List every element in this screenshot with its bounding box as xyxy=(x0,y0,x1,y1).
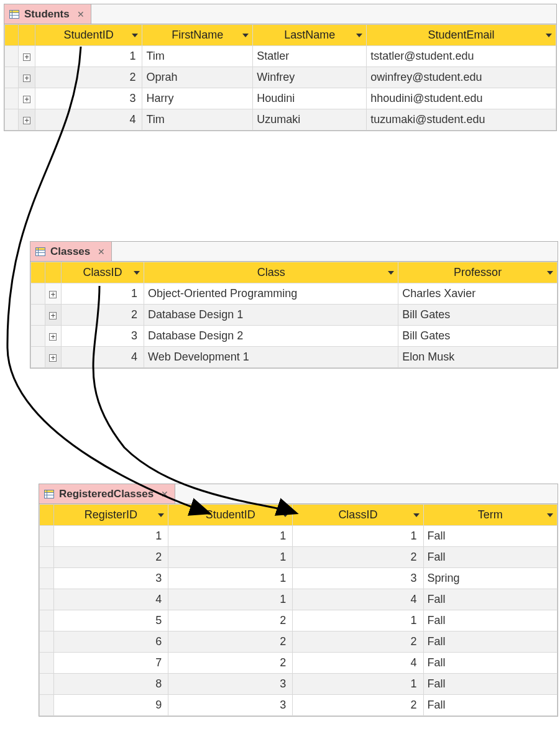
expand-button[interactable]: + xyxy=(45,305,62,326)
cell-studentid[interactable]: 3 xyxy=(168,695,293,716)
cell-studentid[interactable]: 1 xyxy=(168,547,293,568)
table-row[interactable]: +4Web Development 1Elon Musk xyxy=(31,347,558,368)
column-header-firstname[interactable]: FirstName xyxy=(142,25,253,46)
cell-registerid[interactable]: 1 xyxy=(53,526,168,547)
dropdown-icon[interactable] xyxy=(158,513,164,517)
cell-classid[interactable]: 2 xyxy=(293,631,423,653)
expand-button[interactable]: + xyxy=(45,283,62,305)
cell-registerid[interactable]: 5 xyxy=(53,610,168,631)
row-selector[interactable] xyxy=(40,526,54,547)
table-row[interactable]: 212Fall xyxy=(40,547,558,568)
row-selector[interactable] xyxy=(5,67,19,88)
row-selector[interactable] xyxy=(31,283,45,305)
dropdown-icon[interactable] xyxy=(547,271,553,275)
cell-classid[interactable]: 2 xyxy=(62,305,144,326)
cell-studentid[interactable]: 1 xyxy=(168,568,293,589)
cell-term[interactable]: Spring xyxy=(423,568,557,589)
tab-classes[interactable]: Classes ✕ xyxy=(30,242,112,261)
cell-lastname[interactable]: Uzumaki xyxy=(253,109,367,131)
cell-firstname[interactable]: Harry xyxy=(142,88,253,109)
row-selector[interactable] xyxy=(40,674,54,695)
expand-button[interactable]: + xyxy=(19,46,35,67)
table-row[interactable]: +4TimUzumakituzumaki@student.edu xyxy=(5,109,556,131)
cell-studentid[interactable]: 1 xyxy=(168,526,293,547)
cell-professor[interactable]: Elon Musk xyxy=(398,347,558,368)
cell-term[interactable]: Fall xyxy=(423,610,557,631)
dropdown-icon[interactable] xyxy=(356,34,362,37)
cell-classid[interactable]: 3 xyxy=(293,568,423,589)
cell-registerid[interactable]: 6 xyxy=(53,631,168,653)
cell-studentid[interactable]: 2 xyxy=(168,610,293,631)
cell-classid[interactable]: 2 xyxy=(293,547,423,568)
expand-button[interactable]: + xyxy=(45,326,62,347)
cell-classid[interactable]: 4 xyxy=(62,347,144,368)
row-selector[interactable] xyxy=(31,305,45,326)
expand-button[interactable]: + xyxy=(19,88,35,109)
table-row[interactable]: 622Fall xyxy=(40,631,558,653)
cell-term[interactable]: Fall xyxy=(423,526,557,547)
row-selector[interactable] xyxy=(40,547,54,568)
row-selector[interactable] xyxy=(31,326,45,347)
column-header-term[interactable]: Term xyxy=(423,505,557,526)
column-header-professor[interactable]: Professor xyxy=(398,262,558,283)
cell-firstname[interactable]: Oprah xyxy=(142,67,253,88)
table-row[interactable]: +2Database Design 1Bill Gates xyxy=(31,305,558,326)
row-selector[interactable] xyxy=(40,589,54,610)
close-icon[interactable]: ✕ xyxy=(75,9,85,19)
cell-lastname[interactable]: Houdini xyxy=(253,88,367,109)
cell-professor[interactable]: Bill Gates xyxy=(398,305,558,326)
cell-studentemail[interactable]: tstatler@student.edu xyxy=(367,46,556,67)
cell-studentemail[interactable]: owinfrey@student.edu xyxy=(367,67,556,88)
row-selector[interactable] xyxy=(5,88,19,109)
cell-term[interactable]: Fall xyxy=(423,674,557,695)
cell-studentid[interactable]: 3 xyxy=(168,674,293,695)
cell-registerid[interactable]: 2 xyxy=(53,547,168,568)
cell-classid[interactable]: 4 xyxy=(293,589,423,610)
expand-button[interactable]: + xyxy=(19,109,35,131)
cell-studentid[interactable]: 1 xyxy=(168,589,293,610)
expand-button[interactable]: + xyxy=(45,347,62,368)
column-header-classid[interactable]: ClassID xyxy=(62,262,144,283)
row-selector[interactable] xyxy=(5,46,19,67)
close-icon[interactable]: ✕ xyxy=(158,489,168,499)
column-header-class[interactable]: Class xyxy=(144,262,398,283)
table-row[interactable]: 313Spring xyxy=(40,568,558,589)
cell-term[interactable]: Fall xyxy=(423,653,557,674)
select-all-corner[interactable] xyxy=(31,262,45,283)
table-row[interactable]: 724Fall xyxy=(40,653,558,674)
column-header-studentid[interactable]: StudentID xyxy=(168,505,293,526)
table-row[interactable]: +1Object-Oriented ProgrammingCharles Xav… xyxy=(31,283,558,305)
cell-professor[interactable]: Bill Gates xyxy=(398,326,558,347)
cell-studentid[interactable]: 2 xyxy=(35,67,142,88)
cell-classid[interactable]: 4 xyxy=(293,653,423,674)
dropdown-icon[interactable] xyxy=(547,513,553,517)
table-row[interactable]: +3Database Design 2Bill Gates xyxy=(31,326,558,347)
cell-studentid[interactable]: 1 xyxy=(35,46,142,67)
row-selector[interactable] xyxy=(40,610,54,631)
cell-classid[interactable]: 2 xyxy=(293,695,423,716)
cell-term[interactable]: Fall xyxy=(423,547,557,568)
dropdown-icon[interactable] xyxy=(242,34,249,37)
row-selector[interactable] xyxy=(40,631,54,653)
column-header-classid[interactable]: ClassID xyxy=(293,505,423,526)
row-selector[interactable] xyxy=(40,695,54,716)
cell-class[interactable]: Database Design 2 xyxy=(144,326,398,347)
column-header-lastname[interactable]: LastName xyxy=(253,25,367,46)
cell-studentid[interactable]: 2 xyxy=(168,631,293,653)
cell-lastname[interactable]: Statler xyxy=(253,46,367,67)
cell-firstname[interactable]: Tim xyxy=(142,109,253,131)
column-header-studentid[interactable]: StudentID xyxy=(35,25,142,46)
select-all-corner[interactable] xyxy=(5,25,19,46)
table-row[interactable]: 414Fall xyxy=(40,589,558,610)
cell-firstname[interactable]: Tim xyxy=(142,46,253,67)
cell-studentid[interactable]: 4 xyxy=(35,109,142,131)
cell-classid[interactable]: 1 xyxy=(293,526,423,547)
cell-studentid[interactable]: 2 xyxy=(168,653,293,674)
table-row[interactable]: +2OprahWinfreyowinfrey@student.edu xyxy=(5,67,556,88)
row-selector[interactable] xyxy=(40,568,54,589)
dropdown-icon[interactable] xyxy=(134,271,140,275)
table-row[interactable]: 831Fall xyxy=(40,674,558,695)
select-all-corner[interactable] xyxy=(40,505,54,526)
cell-class[interactable]: Object-Oriented Programming xyxy=(144,283,398,305)
row-selector[interactable] xyxy=(5,109,19,131)
